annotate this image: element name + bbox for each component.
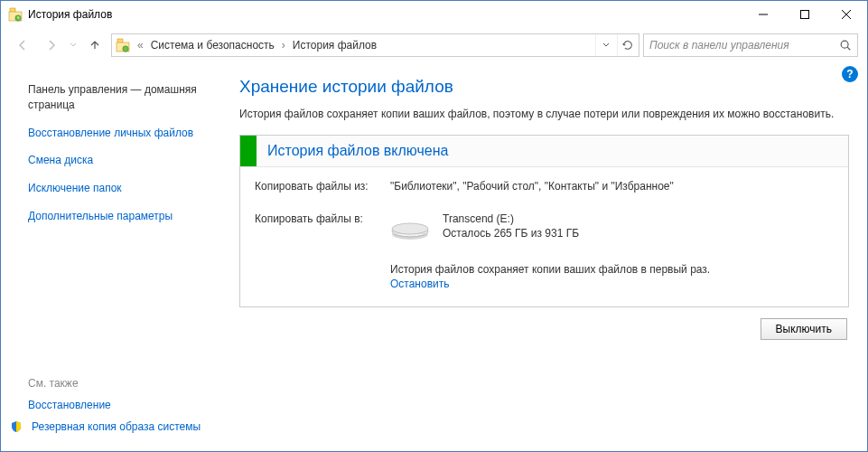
sidebar: Панель управления — домашняя страница Во… — [1, 64, 223, 451]
svg-point-6 — [123, 46, 128, 52]
turn-off-button[interactable]: Выключить — [761, 318, 847, 340]
close-button[interactable] — [826, 1, 867, 28]
copy-from-row: Копировать файлы из: "Библиотеки", "Рабо… — [255, 180, 834, 193]
drive-name: Transcend (E:) — [443, 212, 579, 225]
copy-to-row: Копировать файлы в: T — [255, 212, 834, 241]
window-title: История файлов — [28, 8, 742, 21]
shield-icon — [10, 420, 23, 433]
maximize-button[interactable] — [784, 1, 826, 28]
minimize-button[interactable] — [742, 1, 784, 28]
status-box: История файлов включена Копировать файлы… — [239, 135, 849, 307]
up-button[interactable] — [82, 33, 107, 58]
navigation-row: « Система и безопасность › История файло… — [1, 28, 867, 62]
recent-locations-button[interactable] — [68, 34, 79, 56]
sidebar-link-restore[interactable]: Восстановление личных файлов — [28, 126, 209, 141]
page-heading: Хранение истории файлов — [239, 77, 849, 97]
stop-link[interactable]: Остановить — [390, 278, 834, 290]
control-panel-home[interactable]: Панель управления — домашняя страница — [28, 82, 209, 113]
copy-from-label: Копировать файлы из: — [255, 180, 390, 193]
status-title: История файлов включена — [257, 136, 459, 166]
address-icon — [116, 38, 130, 52]
page-description: История файлов сохраняет копии ваших фай… — [239, 106, 849, 122]
address-bar[interactable]: « Система и безопасность › История файло… — [111, 33, 639, 57]
help-button[interactable]: ? — [842, 66, 858, 82]
refresh-button[interactable] — [617, 34, 637, 56]
address-dropdown-button[interactable] — [595, 34, 615, 56]
drive-free-space: Осталось 265 ГБ из 931 ГБ — [443, 227, 579, 240]
titlebar: История файлов — [1, 1, 867, 28]
see-also-recovery[interactable]: Восстановление — [28, 399, 209, 411]
search-input[interactable] — [648, 38, 837, 52]
first-copy-block: История файлов сохраняет копии ваших фай… — [390, 263, 834, 290]
window-buttons — [742, 1, 867, 28]
status-body: Копировать файлы из: "Библиотеки", "Рабо… — [240, 167, 848, 306]
search-icon[interactable] — [837, 37, 854, 53]
breadcrumb-sep-icon[interactable]: « — [135, 39, 145, 52]
see-also-system-image-backup[interactable]: Резервная копия образа системы — [28, 420, 209, 433]
copy-from-value: "Библиотеки", "Рабочий стол", "Контакты"… — [390, 180, 674, 193]
forward-button[interactable] — [39, 33, 64, 58]
status-color-bar — [240, 136, 257, 166]
sidebar-link-select-drive[interactable]: Смена диска — [28, 153, 209, 168]
see-also-label: Резервная копия образа системы — [32, 420, 201, 433]
search-box[interactable] — [643, 33, 858, 57]
breadcrumb-chevron-icon[interactable]: › — [280, 39, 287, 52]
svg-point-7 — [841, 41, 848, 48]
first-copy-text: История файлов сохраняет копии ваших фай… — [390, 263, 710, 276]
drive-icon — [390, 216, 430, 241]
status-header: История файлов включена — [240, 136, 848, 167]
breadcrumb-part-1[interactable]: Система и безопасность — [147, 34, 278, 56]
main-panel: Хранение истории файлов История файлов с… — [223, 62, 867, 451]
svg-point-12 — [392, 223, 428, 234]
see-also-heading: См. также — [28, 377, 209, 390]
sidebar-link-exclude-folders[interactable]: Исключение папок — [28, 181, 209, 196]
svg-rect-3 — [801, 11, 809, 19]
button-footer: Выключить — [239, 307, 849, 340]
back-button[interactable] — [10, 33, 35, 58]
copy-to-label: Копировать файлы в: — [255, 212, 390, 241]
breadcrumb-part-2[interactable]: История файлов — [289, 34, 380, 56]
content-area: ? Панель управления — домашняя страница … — [1, 62, 867, 451]
see-also-label: Восстановление — [28, 399, 111, 411]
app-icon — [8, 7, 23, 22]
sidebar-link-advanced-settings[interactable]: Дополнительные параметры — [28, 209, 209, 224]
